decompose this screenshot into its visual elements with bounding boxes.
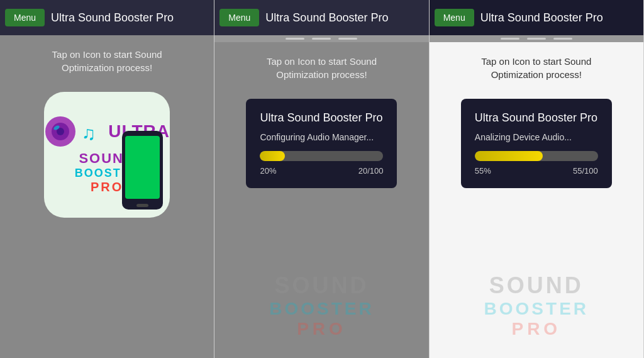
indicator-line <box>527 38 546 40</box>
svg-rect-6 <box>125 136 160 199</box>
app-icon[interactable]: ♫ ULTRA SOUND BOOSTER PRO <box>44 92 170 218</box>
tap-instruction-3: Tap on Icon to start SoundOptimization p… <box>481 55 591 81</box>
indicator-line <box>501 38 519 40</box>
panel-1: Menu Ultra Sound Booster Pro Tap on Icon… <box>0 0 214 358</box>
music-note-icon: ♫ <box>80 120 104 143</box>
svg-rect-7 <box>136 204 148 207</box>
watermark-pro-3: PRO <box>430 319 643 339</box>
indicator-line <box>553 38 572 40</box>
progress-pct-3: 55% <box>475 166 491 176</box>
progress-bar-fill-2 <box>260 151 284 161</box>
dialog-title-3: Ultra Sound Booster Pro <box>475 111 598 125</box>
watermark-3: SOUND BOOSTER PRO <box>430 272 643 339</box>
menu-button-2[interactable]: Menu <box>219 9 259 26</box>
tap-instruction-2: Tap on Icon to start SoundOptimization p… <box>267 55 377 81</box>
progress-bar-fill-3 <box>475 151 543 161</box>
menu-button-3[interactable]: Menu <box>435 9 474 26</box>
progress-fraction-2: 20/100 <box>358 166 384 176</box>
watermark-2: SOUND BOOSTER PRO <box>214 272 428 339</box>
header-bar-1: Menu Ultra Sound Booster Pro <box>0 0 214 35</box>
progress-fraction-3: 55/100 <box>573 166 598 176</box>
progress-pct-2: 20% <box>260 166 276 176</box>
watermark-sound-2: SOUND <box>214 272 428 299</box>
indicator-lines-3 <box>430 35 643 42</box>
indicator-line <box>286 38 304 40</box>
indicator-line <box>312 38 331 40</box>
phone-illustration <box>119 131 166 213</box>
speaker-icon <box>44 115 77 148</box>
progress-bar-bg-2 <box>260 151 383 161</box>
header-bar-2: Menu Ultra Sound Booster Pro <box>214 0 428 35</box>
header-title-1: Ultra Sound Booster Pro <box>51 11 174 25</box>
header-bar-3: Menu Ultra Sound Booster Pro <box>430 0 643 35</box>
progress-labels-3: 55% 55/100 <box>475 166 598 176</box>
progress-dialog-3: Ultra Sound Booster Pro Analizing Device… <box>461 99 612 188</box>
watermark-booster-2: BOOSTER <box>214 299 428 319</box>
header-title-3: Ultra Sound Booster Pro <box>480 11 603 25</box>
progress-bar-bg-3 <box>475 151 598 161</box>
menu-button-1[interactable]: Menu <box>5 9 45 26</box>
panel-content-3: Tap on Icon to start SoundOptimization p… <box>430 42 643 358</box>
panel-2: Menu Ultra Sound Booster Pro Tap on Icon… <box>214 0 429 358</box>
progress-dialog-2: Ultra Sound Booster Pro Configuring Audi… <box>246 99 397 188</box>
panel-content-1: Tap on Icon to start SoundOptimization p… <box>0 35 214 358</box>
dialog-status-2: Configuring Audio Manager... <box>260 132 383 142</box>
panel-3: Menu Ultra Sound Booster Pro Tap on Icon… <box>430 0 644 358</box>
watermark-pro-2: PRO <box>214 319 428 339</box>
indicator-lines-2 <box>214 35 428 42</box>
progress-labels-2: 20% 20/100 <box>260 166 383 176</box>
svg-text:♫: ♫ <box>82 123 96 143</box>
tap-instruction-1: Tap on Icon to start SoundOptimization p… <box>52 48 162 74</box>
indicator-line <box>338 38 357 40</box>
dialog-title-2: Ultra Sound Booster Pro <box>260 111 383 125</box>
watermark-sound-3: SOUND <box>430 272 643 299</box>
dialog-status-3: Analizing Device Audio... <box>475 132 598 142</box>
panel-content-2: Tap on Icon to start SoundOptimization p… <box>214 42 428 358</box>
watermark-booster-3: BOOSTER <box>430 299 643 319</box>
header-title-2: Ultra Sound Booster Pro <box>265 11 388 25</box>
